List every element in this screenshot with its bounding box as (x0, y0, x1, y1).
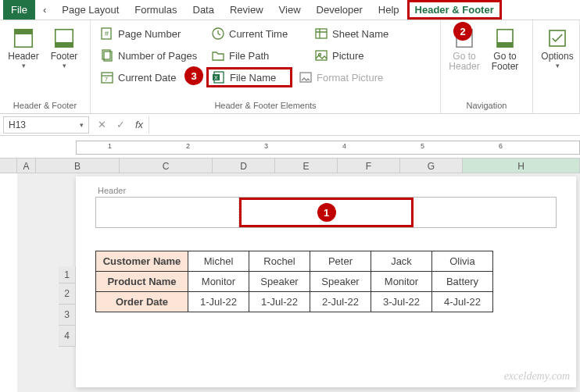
ruler-tick: 5 (421, 142, 424, 150)
page: 1 2 3 4 Header 1 Customer Name Michel Ro… (76, 176, 576, 387)
group-label-elements: Header & Footer Elements (95, 99, 435, 112)
step-2-badge: 2 (453, 22, 472, 41)
header-label: Header (8, 52, 38, 62)
table-row: Customer Name Michel Rochel Peter Jack O… (96, 251, 493, 272)
svg-text:X: X (214, 75, 218, 80)
page-number-icon: # (100, 27, 114, 41)
chevron-down-icon: ▾ (63, 62, 66, 69)
goto-header-label: Go to Header (449, 52, 479, 72)
header-icon (12, 27, 35, 50)
table-cell[interactable]: Peter (310, 251, 371, 272)
header-button[interactable]: Header ▾ (5, 23, 42, 73)
page-header-box[interactable]: 1 (95, 197, 557, 228)
row-label[interactable]: Order Date (96, 292, 188, 312)
number-of-pages-button[interactable]: Number of Pages (95, 45, 205, 66)
row-header[interactable]: 2 (59, 283, 76, 305)
tab-help[interactable]: Help (371, 0, 407, 20)
name-box-value: H13 (9, 119, 26, 130)
svg-rect-21 (497, 42, 513, 47)
sheet-name-button[interactable]: Sheet Name (310, 23, 403, 44)
table-cell[interactable]: Battery (432, 272, 493, 292)
picture-label: Picture (332, 50, 363, 62)
tab-view[interactable]: View (271, 0, 309, 20)
goto-footer-button[interactable]: Go to Footer (486, 23, 524, 75)
row-header[interactable]: 3 (59, 305, 76, 326)
picture-button[interactable]: Picture (310, 45, 403, 66)
col-header[interactable]: D (213, 159, 275, 173)
tab-header-footer[interactable]: Header & Footer (407, 0, 502, 20)
name-box[interactable]: H13 ▾ (3, 116, 89, 134)
table-cell[interactable]: Rochel (249, 251, 310, 272)
tab-developer[interactable]: Developer (309, 0, 371, 20)
select-all-corner[interactable] (0, 159, 17, 173)
row-label[interactable]: Product Name (96, 272, 188, 292)
table-cell[interactable]: 2-Jul-22 (310, 292, 371, 312)
clock-icon (211, 27, 225, 41)
svg-rect-3 (55, 42, 73, 47)
group-label-nav: Navigation (446, 99, 528, 112)
table-cell[interactable]: Monitor (188, 272, 249, 292)
svg-rect-10 (316, 51, 327, 60)
formula-bar[interactable] (149, 116, 580, 134)
table-cell[interactable]: 1-Jul-22 (188, 292, 249, 312)
step-3-badge: 3 (184, 66, 203, 85)
table-row: Product Name Monitor Speaker Speaker Mon… (96, 272, 493, 292)
col-header[interactable]: C (120, 159, 213, 173)
ribbon: Header ▾ Footer ▾ Header & Footer # Page… (0, 20, 580, 114)
table-cell[interactable]: Michel (188, 251, 249, 272)
col-header[interactable]: H (463, 159, 580, 173)
file-path-label: File Path (229, 50, 269, 62)
fx-icon[interactable]: fx (130, 116, 149, 134)
format-picture-icon (299, 70, 313, 84)
group-navigation: Go to Header Go to Footer 2 Navigation (441, 20, 533, 113)
file-path-button[interactable]: File Path (206, 45, 308, 66)
col-header[interactable]: A (17, 159, 36, 173)
table-cell[interactable]: 3-Jul-22 (371, 292, 432, 312)
col-header[interactable]: B (36, 159, 120, 173)
header-left-segment[interactable] (96, 198, 239, 227)
file-name-label: File Name (230, 72, 276, 84)
group-header-footer: Header ▾ Footer ▾ Header & Footer (0, 20, 91, 113)
chevron-down-icon: ▾ (556, 62, 560, 69)
footer-button[interactable]: Footer ▾ (45, 23, 83, 73)
tab-page-layout[interactable]: Page Layout (54, 0, 127, 20)
table-cell[interactable]: Speaker (310, 272, 371, 292)
table-cell[interactable]: Jack (371, 251, 432, 272)
row-header[interactable]: 4 (59, 326, 76, 347)
table-cell[interactable]: Olivia (432, 251, 493, 272)
ruler-tick: 4 (342, 142, 346, 150)
sheet-name-label: Sheet Name (332, 28, 388, 40)
file-name-button[interactable]: X File Name (206, 67, 292, 87)
current-time-button[interactable]: Current Time (206, 23, 308, 44)
step-1-badge: 1 (317, 203, 336, 222)
header-right-segment[interactable] (414, 198, 556, 227)
row-header[interactable]: 1 (59, 266, 76, 283)
excel-file-icon: X (212, 70, 226, 84)
tab-file[interactable]: File (3, 0, 35, 20)
col-header[interactable]: F (338, 159, 400, 173)
tab-data[interactable]: Data (185, 0, 222, 20)
table-cell[interactable]: 4-Jul-22 (432, 292, 493, 312)
page-number-button[interactable]: # Page Number (95, 23, 205, 44)
calendar-icon: 7 (100, 70, 114, 84)
table-cell[interactable]: Monitor (371, 272, 432, 292)
tab-formulas[interactable]: Formulas (127, 0, 184, 20)
col-header[interactable]: G (400, 159, 463, 173)
col-header[interactable]: E (275, 159, 338, 173)
tab-review[interactable]: Review (222, 0, 271, 20)
ruler-tick: 2 (186, 142, 190, 150)
table-cell[interactable]: Speaker (249, 272, 310, 292)
number-pages-label: Number of Pages (118, 50, 197, 62)
ruler-tick: 1 (108, 142, 112, 150)
footer-icon (52, 27, 76, 50)
options-button[interactable]: Options ▾ (538, 23, 577, 73)
svg-text:7: 7 (105, 77, 108, 82)
tab-scroll-left[interactable]: ‹ (35, 0, 54, 20)
ruler-tick: 6 (499, 142, 503, 150)
row-label[interactable]: Customer Name (96, 251, 188, 272)
chevron-down-icon: ▾ (80, 121, 84, 129)
picture-icon (314, 48, 328, 62)
header-center-segment[interactable]: 1 (239, 198, 414, 227)
column-headers: A B C D E F G H (0, 158, 580, 173)
table-cell[interactable]: 1-Jul-22 (249, 292, 310, 312)
